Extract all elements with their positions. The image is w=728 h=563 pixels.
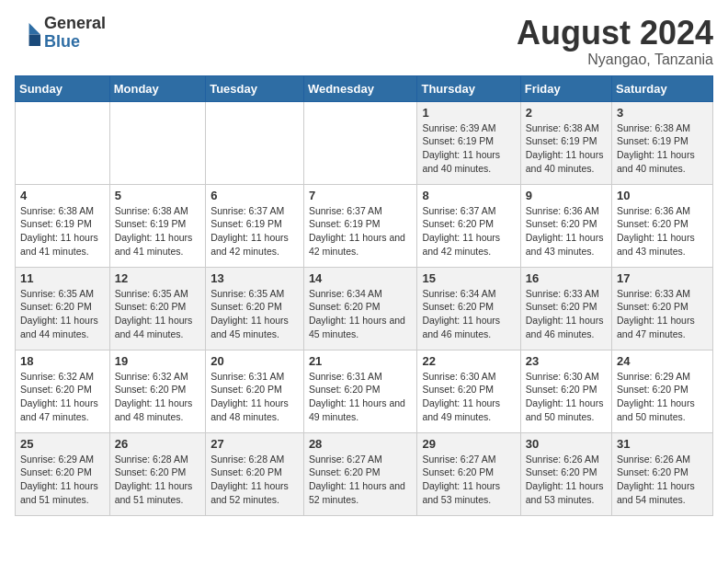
day-content: Sunrise: 6:39 AM Sunset: 6:19 PM Dayligh… bbox=[422, 121, 515, 176]
calendar-cell: 3Sunrise: 6:38 AM Sunset: 6:19 PM Daylig… bbox=[612, 101, 713, 184]
calendar-cell: 27Sunrise: 6:28 AM Sunset: 6:20 PM Dayli… bbox=[206, 432, 304, 515]
day-number: 29 bbox=[422, 437, 515, 451]
calendar-week-row: 4Sunrise: 6:38 AM Sunset: 6:19 PM Daylig… bbox=[16, 184, 713, 267]
weekday-header-thursday: Thursday bbox=[417, 75, 520, 101]
day-content: Sunrise: 6:27 AM Sunset: 6:20 PM Dayligh… bbox=[422, 453, 515, 507]
day-content: Sunrise: 6:35 AM Sunset: 6:20 PM Dayligh… bbox=[20, 287, 105, 341]
calendar-cell: 24Sunrise: 6:29 AM Sunset: 6:20 PM Dayli… bbox=[612, 350, 713, 432]
calendar-header: SundayMondayTuesdayWednesdayThursdayFrid… bbox=[16, 75, 713, 101]
day-number: 6 bbox=[210, 189, 299, 202]
day-number: 30 bbox=[526, 437, 607, 451]
page-header: General Blue August 2024 Nyangao, Tanzan… bbox=[15, 15, 713, 68]
day-number: 11 bbox=[20, 271, 105, 285]
day-number: 19 bbox=[115, 354, 200, 368]
day-content: Sunrise: 6:33 AM Sunset: 6:20 PM Dayligh… bbox=[617, 287, 708, 341]
day-number: 20 bbox=[210, 354, 299, 368]
day-content: Sunrise: 6:29 AM Sunset: 6:20 PM Dayligh… bbox=[617, 370, 708, 424]
day-number: 16 bbox=[526, 271, 607, 285]
calendar-cell: 10Sunrise: 6:36 AM Sunset: 6:20 PM Dayli… bbox=[612, 184, 713, 267]
day-content: Sunrise: 6:38 AM Sunset: 6:19 PM Dayligh… bbox=[526, 121, 607, 176]
day-number: 15 bbox=[422, 271, 515, 285]
calendar-body: 1Sunrise: 6:39 AM Sunset: 6:19 PM Daylig… bbox=[16, 101, 713, 515]
calendar-cell: 30Sunrise: 6:26 AM Sunset: 6:20 PM Dayli… bbox=[520, 432, 611, 515]
calendar-cell: 13Sunrise: 6:35 AM Sunset: 6:20 PM Dayli… bbox=[206, 267, 304, 350]
svg-marker-1 bbox=[29, 34, 40, 45]
weekday-header-monday: Monday bbox=[109, 75, 205, 101]
day-content: Sunrise: 6:38 AM Sunset: 6:19 PM Dayligh… bbox=[617, 121, 708, 176]
calendar-cell: 28Sunrise: 6:27 AM Sunset: 6:20 PM Dayli… bbox=[303, 432, 417, 515]
day-number: 14 bbox=[309, 271, 413, 285]
day-content: Sunrise: 6:36 AM Sunset: 6:20 PM Dayligh… bbox=[617, 204, 708, 259]
logo: General Blue bbox=[15, 15, 106, 52]
day-number: 25 bbox=[20, 437, 105, 451]
calendar-cell: 21Sunrise: 6:31 AM Sunset: 6:20 PM Dayli… bbox=[303, 350, 417, 432]
day-number: 21 bbox=[309, 354, 413, 368]
day-content: Sunrise: 6:32 AM Sunset: 6:20 PM Dayligh… bbox=[115, 370, 200, 424]
calendar-cell: 5Sunrise: 6:38 AM Sunset: 6:19 PM Daylig… bbox=[109, 184, 205, 267]
day-number: 28 bbox=[309, 437, 413, 451]
calendar-cell: 18Sunrise: 6:32 AM Sunset: 6:20 PM Dayli… bbox=[16, 350, 110, 432]
calendar-cell: 1Sunrise: 6:39 AM Sunset: 6:19 PM Daylig… bbox=[417, 101, 520, 184]
title-block: August 2024 Nyangao, Tanzania bbox=[517, 15, 713, 68]
calendar-cell: 6Sunrise: 6:37 AM Sunset: 6:19 PM Daylig… bbox=[206, 184, 304, 267]
svg-marker-0 bbox=[29, 23, 40, 34]
day-content: Sunrise: 6:38 AM Sunset: 6:19 PM Dayligh… bbox=[20, 204, 105, 259]
day-number: 10 bbox=[617, 189, 708, 202]
calendar-cell: 22Sunrise: 6:30 AM Sunset: 6:20 PM Dayli… bbox=[417, 350, 520, 432]
calendar-week-row: 1Sunrise: 6:39 AM Sunset: 6:19 PM Daylig… bbox=[16, 101, 713, 184]
calendar-cell: 12Sunrise: 6:35 AM Sunset: 6:20 PM Dayli… bbox=[109, 267, 205, 350]
calendar-cell: 11Sunrise: 6:35 AM Sunset: 6:20 PM Dayli… bbox=[16, 267, 110, 350]
day-number: 1 bbox=[422, 106, 515, 120]
calendar-cell: 31Sunrise: 6:26 AM Sunset: 6:20 PM Dayli… bbox=[612, 432, 713, 515]
day-content: Sunrise: 6:26 AM Sunset: 6:20 PM Dayligh… bbox=[617, 453, 708, 507]
calendar-cell: 7Sunrise: 6:37 AM Sunset: 6:19 PM Daylig… bbox=[303, 184, 417, 267]
calendar-table: SundayMondayTuesdayWednesdayThursdayFrid… bbox=[15, 75, 713, 516]
day-number: 7 bbox=[309, 189, 413, 202]
weekday-row: SundayMondayTuesdayWednesdayThursdayFrid… bbox=[16, 75, 713, 101]
calendar-cell: 9Sunrise: 6:36 AM Sunset: 6:20 PM Daylig… bbox=[520, 184, 611, 267]
day-number: 5 bbox=[115, 189, 200, 202]
weekday-header-wednesday: Wednesday bbox=[303, 75, 417, 101]
day-number: 18 bbox=[20, 354, 105, 368]
day-number: 12 bbox=[115, 271, 200, 285]
calendar-cell: 17Sunrise: 6:33 AM Sunset: 6:20 PM Dayli… bbox=[612, 267, 713, 350]
day-content: Sunrise: 6:27 AM Sunset: 6:20 PM Dayligh… bbox=[309, 453, 413, 507]
day-number: 27 bbox=[210, 437, 299, 451]
day-number: 31 bbox=[617, 437, 708, 451]
day-number: 9 bbox=[526, 189, 607, 202]
calendar-cell: 14Sunrise: 6:34 AM Sunset: 6:20 PM Dayli… bbox=[303, 267, 417, 350]
calendar-week-row: 18Sunrise: 6:32 AM Sunset: 6:20 PM Dayli… bbox=[16, 350, 713, 432]
calendar-week-row: 11Sunrise: 6:35 AM Sunset: 6:20 PM Dayli… bbox=[16, 267, 713, 350]
calendar-cell bbox=[16, 101, 110, 184]
day-number: 22 bbox=[422, 354, 515, 368]
weekday-header-tuesday: Tuesday bbox=[206, 75, 304, 101]
day-number: 4 bbox=[20, 189, 105, 202]
calendar-cell: 26Sunrise: 6:28 AM Sunset: 6:20 PM Dayli… bbox=[109, 432, 205, 515]
calendar-week-row: 25Sunrise: 6:29 AM Sunset: 6:20 PM Dayli… bbox=[16, 432, 713, 515]
day-content: Sunrise: 6:33 AM Sunset: 6:20 PM Dayligh… bbox=[526, 287, 607, 341]
calendar-cell: 25Sunrise: 6:29 AM Sunset: 6:20 PM Dayli… bbox=[16, 432, 110, 515]
calendar-cell bbox=[109, 101, 205, 184]
day-number: 8 bbox=[422, 189, 515, 202]
logo-icon bbox=[15, 20, 40, 46]
logo-text: General Blue bbox=[44, 15, 106, 52]
weekday-header-sunday: Sunday bbox=[16, 75, 110, 101]
day-content: Sunrise: 6:30 AM Sunset: 6:20 PM Dayligh… bbox=[422, 370, 515, 424]
location-subtitle: Nyangao, Tanzania bbox=[517, 52, 713, 68]
calendar-cell: 8Sunrise: 6:37 AM Sunset: 6:20 PM Daylig… bbox=[417, 184, 520, 267]
day-content: Sunrise: 6:26 AM Sunset: 6:20 PM Dayligh… bbox=[526, 453, 607, 507]
calendar-cell: 15Sunrise: 6:34 AM Sunset: 6:20 PM Dayli… bbox=[417, 267, 520, 350]
calendar-cell bbox=[206, 101, 304, 184]
day-content: Sunrise: 6:34 AM Sunset: 6:20 PM Dayligh… bbox=[309, 287, 413, 341]
day-content: Sunrise: 6:35 AM Sunset: 6:20 PM Dayligh… bbox=[115, 287, 200, 341]
day-content: Sunrise: 6:28 AM Sunset: 6:20 PM Dayligh… bbox=[115, 453, 200, 507]
calendar-cell: 2Sunrise: 6:38 AM Sunset: 6:19 PM Daylig… bbox=[520, 101, 611, 184]
day-number: 26 bbox=[115, 437, 200, 451]
calendar-cell: 4Sunrise: 6:38 AM Sunset: 6:19 PM Daylig… bbox=[16, 184, 110, 267]
calendar-cell: 29Sunrise: 6:27 AM Sunset: 6:20 PM Dayli… bbox=[417, 432, 520, 515]
day-number: 17 bbox=[617, 271, 708, 285]
calendar-cell bbox=[303, 101, 417, 184]
logo-general: General bbox=[44, 14, 106, 32]
day-content: Sunrise: 6:28 AM Sunset: 6:20 PM Dayligh… bbox=[210, 453, 299, 507]
day-content: Sunrise: 6:37 AM Sunset: 6:19 PM Dayligh… bbox=[210, 204, 299, 259]
